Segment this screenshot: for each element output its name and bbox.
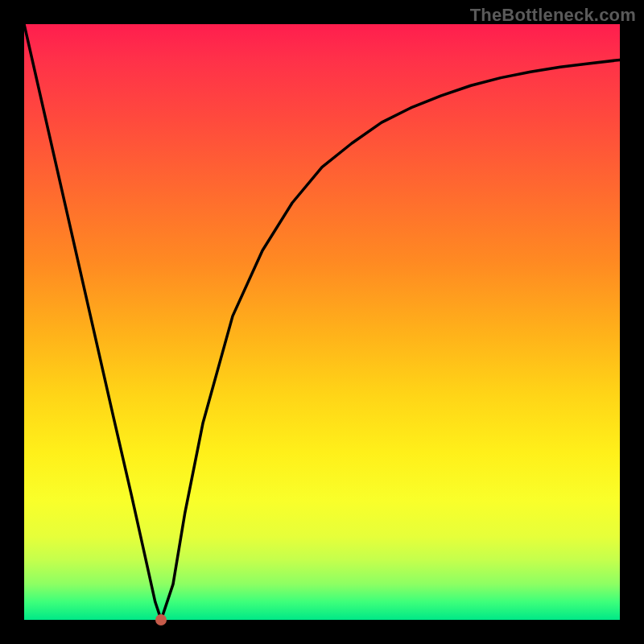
chart-frame: TheBottleneck.com (0, 0, 644, 644)
curve-svg (24, 24, 620, 620)
watermark-text: TheBottleneck.com (470, 5, 636, 26)
minimum-marker (155, 614, 167, 625)
plot-area (24, 24, 620, 620)
bottleneck-curve-path (24, 24, 620, 620)
